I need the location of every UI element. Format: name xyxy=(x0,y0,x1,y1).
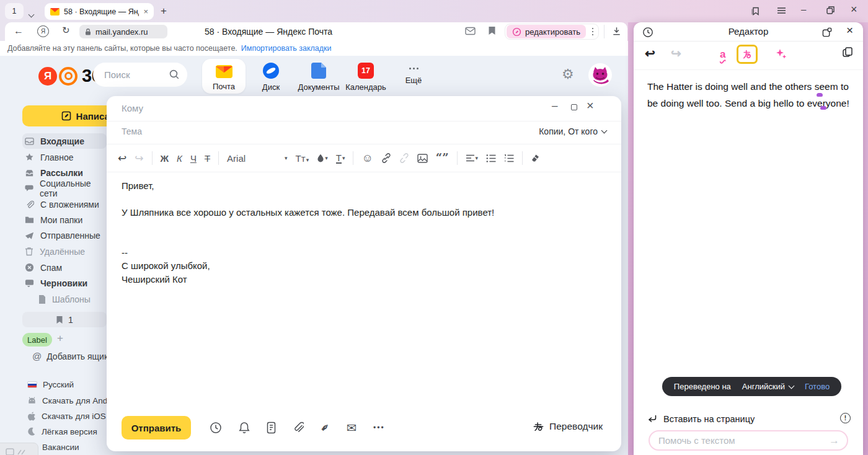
attach-file-icon[interactable] xyxy=(293,422,304,434)
highlight-color-button[interactable]: ▾ xyxy=(317,154,328,162)
translate-tool-highlight[interactable] xyxy=(737,45,758,64)
translator-button[interactable]: Переводчик xyxy=(533,421,603,432)
sidebar-item-drafts[interactable]: Черновики xyxy=(22,275,107,291)
sidebar-item-main[interactable]: Главное xyxy=(22,149,107,165)
light-version-link[interactable]: Лёгкая версия xyxy=(27,424,97,439)
redo-icon[interactable]: ↪ xyxy=(135,152,143,165)
avatar[interactable] xyxy=(588,63,612,87)
signature-pen-icon[interactable]: ✒ xyxy=(318,420,332,435)
divider xyxy=(522,151,523,165)
download-icon[interactable] xyxy=(611,26,622,37)
open-in-window-icon[interactable] xyxy=(822,27,832,37)
panel-close-icon[interactable]: × xyxy=(846,24,853,37)
bold-button[interactable]: Ж xyxy=(161,153,169,164)
help-with-text-box[interactable]: → xyxy=(649,430,848,451)
info-icon[interactable]: ! xyxy=(840,413,851,423)
compose-maximize-icon[interactable] xyxy=(571,104,577,110)
tab-counter[interactable]: 1 xyxy=(5,3,24,19)
to-field[interactable]: Кому xyxy=(122,103,143,113)
search-box[interactable] xyxy=(93,63,187,87)
corner-widget[interactable] xyxy=(0,443,38,455)
quote-icon[interactable]: “” xyxy=(436,155,449,161)
compose-minimize-icon[interactable]: – xyxy=(552,100,557,112)
emoji-icon[interactable]: ☺ xyxy=(361,152,373,165)
add-mailbox[interactable]: @ Добавить ящик xyxy=(32,351,108,361)
schedule-send-icon[interactable] xyxy=(210,422,222,434)
font-size-select[interactable]: Тт▾ xyxy=(296,153,309,164)
message-body[interactable]: Привет, У Шляпника все хорошо у остальны… xyxy=(122,179,494,286)
spellcheck-icon[interactable]: a xyxy=(720,48,725,61)
url-field[interactable]: mail.yandex.ru xyxy=(79,25,167,38)
sidebar-item-folders[interactable]: Мои папки xyxy=(22,212,107,228)
window-minimize-icon[interactable]: – xyxy=(801,4,806,14)
align-button[interactable]: ▾ xyxy=(466,154,479,162)
numbered-list-icon[interactable] xyxy=(504,154,514,162)
insert-to-page-button[interactable]: Вставить на страницу xyxy=(647,414,755,424)
text-color-button[interactable]: Т▾ xyxy=(336,153,345,164)
language-select[interactable]: Английский xyxy=(742,382,794,391)
bookmarks-panel-icon[interactable] xyxy=(750,6,761,16)
link-icon[interactable] xyxy=(381,153,391,163)
help-with-text-input[interactable] xyxy=(650,435,829,446)
settings-gear-icon[interactable]: ⚙ xyxy=(562,68,574,81)
bookmark-icon[interactable] xyxy=(488,26,496,35)
sidebar-item-spam[interactable]: Спам xyxy=(22,260,107,275)
submit-arrow-icon[interactable]: → xyxy=(829,435,847,447)
strikethrough-button[interactable]: Т xyxy=(205,153,210,164)
undo-icon[interactable]: ↩ xyxy=(118,152,126,165)
font-family-caret[interactable]: ▾ xyxy=(285,155,288,161)
cc-from-toggle[interactable]: Копии, От кого xyxy=(539,126,606,136)
tab-close-icon[interactable]: × xyxy=(143,7,148,16)
italic-button[interactable]: К xyxy=(177,153,182,164)
window-close-icon[interactable]: × xyxy=(851,3,857,16)
app-disk[interactable]: Диск xyxy=(249,59,293,92)
add-label-icon[interactable]: + xyxy=(57,332,63,345)
font-family-select[interactable]: Arial xyxy=(227,153,280,164)
browser-tab[interactable]: 58 · Входящие — Яндек × xyxy=(45,3,154,20)
edit-more-icon[interactable] xyxy=(588,28,598,36)
app-more[interactable]: Ещё xyxy=(392,59,435,85)
new-tab-button[interactable]: + xyxy=(161,5,167,17)
more-options-icon[interactable]: ••• xyxy=(373,423,385,432)
panel-undo-icon[interactable]: ↩ xyxy=(645,46,655,61)
language-link[interactable]: Русский xyxy=(27,377,74,392)
bullet-list-icon[interactable] xyxy=(486,154,496,162)
compose-close-icon[interactable]: × xyxy=(587,99,594,113)
sidebar-item-sent[interactable]: Отправленные xyxy=(22,228,107,243)
image-icon[interactable] xyxy=(417,154,428,163)
eraser-icon[interactable] xyxy=(531,154,541,162)
copy-to-self-icon[interactable]: ✉ xyxy=(347,422,356,434)
done-button[interactable]: Готово xyxy=(805,382,830,391)
search-icon[interactable] xyxy=(169,69,180,80)
copy-icon[interactable] xyxy=(842,46,853,58)
label-tag[interactable]: Label xyxy=(22,333,52,347)
menu-icon[interactable] xyxy=(777,6,786,15)
app-calendar[interactable]: 17 Календарь xyxy=(344,59,388,92)
subject-field[interactable]: Тема xyxy=(122,126,142,136)
sidebar-item-attachments[interactable]: С вложениями xyxy=(22,197,107,212)
sidebar-item-inbox[interactable]: Входящие xyxy=(22,133,107,149)
mail-notifier-icon[interactable] xyxy=(465,27,476,35)
yandex-button[interactable]: Я xyxy=(37,25,49,37)
window-restore-icon[interactable] xyxy=(826,6,835,14)
tab-list-chevron-icon[interactable] xyxy=(29,8,33,19)
template-icon[interactable] xyxy=(267,422,276,434)
ai-sparkles-icon[interactable] xyxy=(775,48,787,60)
download-ios-link[interactable]: Скачать для iOS xyxy=(27,409,106,423)
bookmarked-filter[interactable]: 1 xyxy=(22,312,107,327)
send-button[interactable]: Отправить xyxy=(122,416,191,440)
refresh-icon[interactable]: ↻ xyxy=(62,25,70,36)
edit-button[interactable]: редактировать xyxy=(507,25,586,38)
app-docs[interactable]: Документы xyxy=(297,59,340,92)
panel-redo-icon[interactable]: ↪ xyxy=(671,46,681,61)
sidebar-item-social[interactable]: Социальные сети xyxy=(22,180,107,196)
import-bookmarks-link[interactable]: Импортировать закладки xyxy=(241,44,332,53)
sidebar-item-templates[interactable]: Шаблоны xyxy=(22,291,107,307)
app-mail[interactable]: Почта xyxy=(202,59,246,94)
history-clock-icon[interactable] xyxy=(642,27,653,38)
reminder-bell-icon[interactable] xyxy=(239,422,250,434)
sidebar-item-trash[interactable]: Удалённые xyxy=(22,244,107,259)
unlink-icon[interactable] xyxy=(399,153,409,163)
underline-button[interactable]: Ч xyxy=(190,153,197,164)
back-button[interactable]: ← xyxy=(14,25,24,37)
